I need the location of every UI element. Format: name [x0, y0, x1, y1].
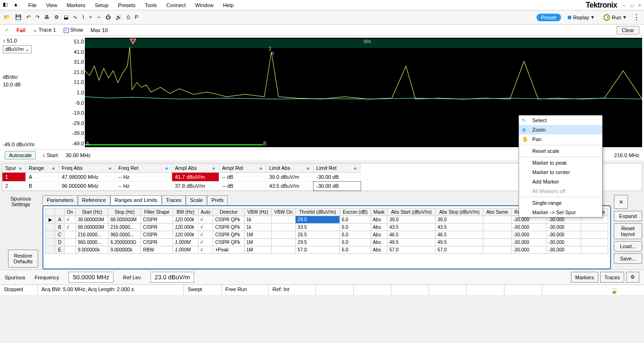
settings-title: Spurious Settings [2, 196, 40, 207]
col-amplabs[interactable]: Ampl Abs▲ [172, 164, 219, 173]
tab-traces[interactable]: Traces [162, 195, 186, 205]
start-value[interactable]: 30.00 MHz [66, 152, 91, 158]
zoom-icon: ⊕ [522, 127, 526, 133]
tool3-icon[interactable]: ⌇ [82, 14, 84, 20]
frequency-label: Frequency [34, 275, 59, 280]
range-b-label: B [263, 141, 266, 146]
ref-arrow-icon[interactable]: ↕ [3, 38, 6, 43]
cone-icon: ▲ [13, 1, 21, 9]
autoscale-button[interactable]: Autoscale [5, 151, 36, 159]
p-icon[interactable]: P [135, 14, 138, 20]
ctx-marker-spur[interactable]: Marker -> Sel Spur [519, 208, 602, 217]
gear-icon[interactable]: ⚙ [54, 14, 59, 20]
menu-setup[interactable]: Setup [92, 1, 111, 9]
save-icon[interactable]: 💾 [15, 14, 22, 20]
menu-connect[interactable]: Connect [164, 1, 189, 9]
replay-button[interactable]: Replay ▾ [565, 13, 597, 21]
menu-tools[interactable]: Tools [142, 1, 160, 9]
status-acq: Acq BW: 5.00 MHz, Acq Length: 2.000 s [38, 285, 184, 295]
camera-icon[interactable]: ⎙ [127, 14, 130, 20]
col-limabs[interactable]: Limit Abs▲ [266, 164, 314, 173]
print-icon[interactable]: 🖶 [44, 14, 50, 20]
tool5-icon[interactable]: ∼ [97, 14, 101, 20]
traces-button[interactable]: Traces [600, 272, 624, 283]
tab-scale[interactable]: Scale [186, 195, 207, 205]
fail-label: Fail [17, 27, 25, 33]
pointer-icon: ↖ [522, 117, 526, 124]
reflev-input[interactable]: 23.0 dBuV/m [150, 272, 194, 283]
y-axis-ticks: 51.041.031.0 21.011.01.0 -9.0-19.0-29.0 … [66, 36, 85, 149]
tool6-icon[interactable]: ⏻ [106, 14, 111, 20]
col-freqrel[interactable]: Freq Rel▲ [116, 164, 172, 173]
col-range[interactable]: Range▲ [26, 164, 59, 173]
ctx-marker-peak[interactable]: Marker to peak [519, 158, 602, 167]
menu-file[interactable]: File [25, 1, 40, 9]
run-button[interactable]: Run ▾ [601, 13, 629, 22]
col-amplrel[interactable]: Ampl Rel▲ [219, 164, 266, 173]
menu-window[interactable]: Window [192, 1, 216, 9]
marker-1-icon[interactable] [130, 39, 136, 44]
load-button[interactable]: Load... [614, 241, 642, 251]
maximize-icon[interactable]: □ [630, 2, 634, 8]
status-stopped: Stopped [0, 285, 38, 295]
unit-select[interactable]: dBuV/m ⌄ [3, 45, 32, 53]
replay-dot-icon [568, 16, 571, 19]
close-icon[interactable]: × [638, 2, 641, 8]
menu-view[interactable]: View [43, 1, 60, 9]
range-a-label: A [86, 141, 89, 146]
brand-logo: Tektronix [586, 1, 617, 9]
frequency-input[interactable]: 50.0000 MHz [68, 272, 113, 283]
tool1-icon[interactable]: ⬓ [64, 14, 68, 20]
expand-button[interactable]: Expand [614, 211, 642, 221]
eco-icon: 🍃 [606, 285, 644, 295]
reset-layout-button[interactable]: Reset layout [614, 223, 642, 239]
menu-markers[interactable]: Markers [64, 1, 88, 9]
start-label: Start: [47, 152, 59, 158]
check-icon: ✓ [5, 27, 9, 33]
context-menu: ↖Select ⊕Zoom ✋Pan Reset scale Marker to… [519, 115, 603, 218]
markers-button[interactable]: Markers [571, 272, 598, 283]
tab-ranges-limits[interactable]: Ranges and Limits [110, 195, 162, 205]
col-spur[interactable]: Spur▲ [2, 164, 26, 173]
tab-reference[interactable]: Reference [78, 195, 110, 205]
spurious-label: Spurious [5, 275, 25, 280]
ctx-pan[interactable]: ✋Pan [519, 134, 602, 144]
redo-icon[interactable]: ↷ [35, 14, 40, 20]
save-button[interactable]: Save... [614, 253, 642, 264]
app-icon: ◧ [3, 1, 10, 9]
undo-icon[interactable]: ↶ [26, 14, 31, 20]
trace-selector[interactable]: ⌄ Trace 1 [33, 27, 56, 33]
preset-button[interactable]: Preset [537, 14, 561, 21]
dbdiv-label: dB/div: [3, 74, 63, 80]
ctx-select[interactable]: ↖Select [519, 116, 602, 125]
clear-button[interactable]: Clear [617, 26, 639, 34]
tab-parameters[interactable]: Parameters [42, 195, 78, 205]
ctx-reset-scale[interactable]: Reset scale [519, 146, 602, 156]
ctx-single-range[interactable]: Single-range [519, 198, 602, 208]
ref-value[interactable]: 51.0 [7, 38, 17, 43]
ctx-zoom[interactable]: ⊕Zoom [519, 125, 602, 134]
marker-2-icon[interactable] [271, 52, 274, 55]
tool2-icon[interactable]: ∿ [73, 14, 77, 20]
tool4-icon[interactable]: ≈ [89, 14, 92, 20]
menu-help[interactable]: Help [220, 1, 237, 9]
stop-value[interactable]: 216.0 MHz [614, 152, 639, 158]
show-checkbox[interactable]: ✓ Show [64, 27, 83, 33]
tab-prefs[interactable]: Prefs [207, 195, 228, 205]
menu-presets[interactable]: Presets [115, 1, 138, 9]
marker-2-label: 2 [269, 46, 272, 51]
ctx-marker-center[interactable]: Marker to center [519, 167, 602, 177]
reflev-label: Ref Lev [123, 275, 141, 280]
ctx-add-marker[interactable]: Add Marker [519, 177, 602, 186]
settings-gear-button[interactable]: ⚙ [626, 272, 639, 283]
restore-defaults-button[interactable]: Restore Defaults [8, 250, 38, 268]
open-icon[interactable]: 📂 [4, 14, 10, 20]
status-freerun: Free Run [222, 285, 269, 295]
close-settings-button[interactable]: ✕ [614, 195, 628, 209]
dbdiv-value[interactable]: 10.0 dB [3, 82, 63, 87]
minimize-icon[interactable]: – [623, 2, 626, 8]
col-limrel[interactable]: Limit Rel▲ [314, 164, 361, 173]
speaker-icon[interactable]: 🔊 [116, 14, 122, 20]
more-icon[interactable]: ⋮ [633, 14, 640, 21]
col-freqabs[interactable]: Freq Abs▲ [59, 164, 116, 173]
